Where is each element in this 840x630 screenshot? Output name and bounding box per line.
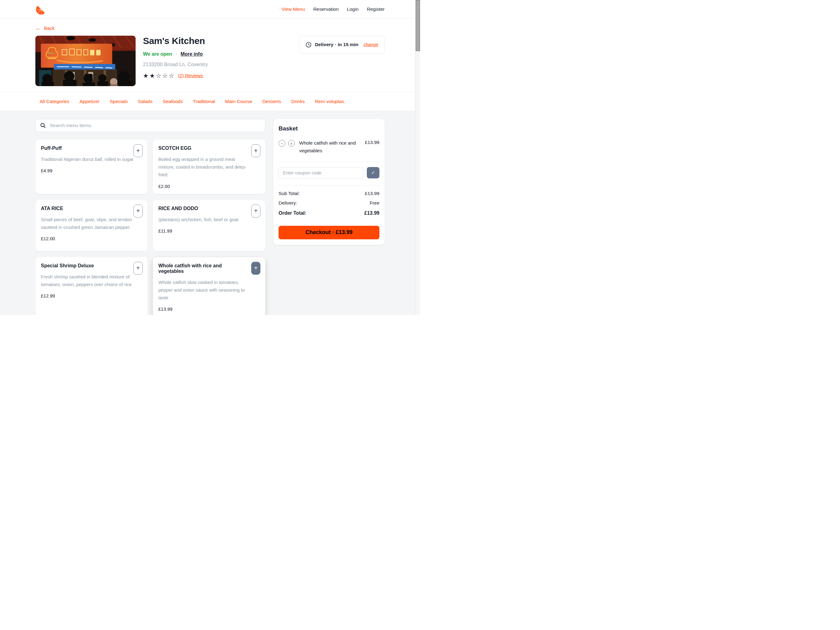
basket-title: Basket	[279, 125, 379, 132]
tab-specials[interactable]: Specials	[110, 99, 128, 104]
main-nav: View Menu Reservation Login Register	[281, 6, 385, 12]
delivery-value: Free	[369, 200, 379, 206]
item-name: SCOTCH EGG	[158, 146, 260, 151]
tab-appetizer[interactable]: Appetizer	[80, 99, 99, 104]
back-label: Back	[44, 25, 54, 31]
orange-slice-icon	[35, 3, 47, 15]
item-description: Small pieces of beef, goat, stipe, and t…	[41, 216, 135, 231]
plus-icon: +	[254, 207, 257, 214]
divider	[279, 185, 379, 185]
add-to-basket-button[interactable]: +	[133, 144, 143, 157]
tab-drinks[interactable]: Drinks	[291, 99, 305, 104]
restaurant-name: Sam's Kitchen	[143, 36, 208, 46]
minus-icon: −	[281, 141, 284, 146]
nav-register[interactable]: Register	[367, 6, 385, 12]
item-description: Whole catfish slow cooked in tomatoes, p…	[158, 279, 252, 302]
divider	[279, 161, 379, 162]
item-price: £11.99	[158, 228, 260, 233]
tab-seafoods[interactable]: Seafoods	[163, 99, 183, 104]
restaurant-address: 2133200 Broad Ln, Coventry	[143, 62, 208, 67]
item-price: £12.99	[41, 293, 142, 298]
item-name: Whole catfish with rice and vegetables	[158, 263, 260, 274]
delivery-time-text: Delivery · in 15 min	[315, 42, 358, 47]
restaurant-header-section: ← Back	[0, 19, 420, 92]
check-icon: ✓	[371, 170, 375, 175]
order-total-row: Order Total: £13.99	[279, 211, 379, 216]
nav-reservation[interactable]: Reservation	[313, 6, 339, 12]
basket-panel: Basket − + Whole catfish with rice and v…	[273, 119, 385, 245]
menu-card-rice-and-dodo: RICE AND DODO (plantains) w/chicken, fis…	[153, 200, 265, 251]
apply-coupon-button[interactable]: ✓	[367, 167, 379, 179]
plus-icon: +	[136, 264, 140, 272]
coupon-code-input[interactable]	[279, 167, 363, 179]
increase-quantity-button[interactable]: +	[288, 140, 295, 147]
item-description: Fresh shrimp sautéed in blended mixture …	[41, 273, 135, 288]
menu-grid: Puff-Puff Traditional Nigerian donut bal…	[35, 140, 265, 315]
item-price: £4.99	[41, 168, 142, 173]
star-rating-filled-icon: ★★	[143, 72, 156, 79]
add-to-basket-button-active[interactable]: +	[251, 262, 261, 275]
reviews-link[interactable]: (2) Reviews	[178, 73, 203, 78]
delivery-row: Delivery: Free	[279, 200, 379, 206]
delivery-info-box: Delivery · in 15 min change	[299, 36, 385, 54]
item-description: (plantains) w/chicken, fish, beef or goa…	[158, 216, 252, 223]
item-description: Traditional Nigerian donut ball, rolled …	[41, 155, 135, 163]
page-scrollbar	[415, 0, 420, 315]
category-tabs-bar: All Categories Appetizer Specials Salads…	[0, 92, 420, 111]
plus-icon: +	[254, 147, 257, 154]
plus-icon: +	[290, 141, 293, 146]
plus-icon: +	[136, 147, 140, 154]
item-name: Puff-Puff	[41, 146, 142, 151]
add-to-basket-button[interactable]: +	[251, 204, 261, 217]
top-navbar: View Menu Reservation Login Register	[0, 0, 420, 19]
item-name: ATA RICE	[41, 206, 142, 211]
clock-icon	[306, 42, 311, 47]
menu-search	[35, 119, 265, 132]
item-price: £2.00	[158, 184, 260, 189]
menu-card-ata-rice: ATA RICE Small pieces of beef, goat, sti…	[35, 200, 148, 251]
item-name: RICE AND DODO	[158, 206, 260, 211]
subtotal-value: £13.99	[365, 191, 379, 196]
order-total-label: Order Total:	[279, 211, 306, 216]
delivery-label: Delivery:	[279, 200, 297, 206]
tab-salads[interactable]: Salads	[138, 99, 153, 104]
restaurant-photo	[35, 36, 136, 86]
add-to-basket-button[interactable]: +	[251, 144, 261, 157]
item-name: Special Shrimp Deluxe	[41, 263, 142, 269]
plus-icon: +	[136, 207, 140, 214]
tab-rem-voluptas[interactable]: Rem voluptas.	[315, 99, 345, 104]
back-link[interactable]: ← Back	[35, 25, 54, 31]
nav-view-menu[interactable]: View Menu	[281, 6, 305, 12]
menu-card-whole-catfish: Whole catfish with rice and vegetables W…	[153, 257, 265, 315]
scrollbar-thumb[interactable]	[416, 0, 420, 51]
subtotal-label: Sub Total:	[279, 191, 300, 196]
menu-card-puff-puff: Puff-Puff Traditional Nigerian donut bal…	[35, 140, 148, 194]
add-to-basket-button[interactable]: +	[133, 204, 143, 217]
more-info-link[interactable]: More info	[180, 51, 203, 57]
menu-section: Puff-Puff Traditional Nigerian donut bal…	[0, 111, 420, 315]
item-price: £13.99	[158, 306, 260, 312]
search-input[interactable]	[49, 122, 261, 128]
tab-desserts[interactable]: Desserts	[262, 99, 281, 104]
tab-all-categories[interactable]: All Categories	[39, 99, 69, 104]
subtotal-row: Sub Total: £13.99	[279, 191, 379, 196]
separator-dot: ·	[175, 51, 177, 57]
brand-logo[interactable]	[35, 3, 47, 15]
menu-card-scotch-egg: SCOTCH EGG Boiled egg wrapped in a groun…	[153, 140, 265, 194]
checkout-button[interactable]: Checkout · £13.99	[279, 226, 379, 239]
tab-main-course[interactable]: Main Course	[225, 99, 252, 104]
tab-traditional[interactable]: Traditional	[193, 99, 215, 104]
star-rating-empty-icon: ☆☆☆	[156, 72, 175, 79]
change-delivery-link[interactable]: change	[363, 42, 378, 47]
search-icon	[40, 123, 46, 128]
add-to-basket-button[interactable]: +	[133, 262, 143, 275]
basket-item-price: £13.99	[365, 140, 379, 145]
rating: ★★ ☆☆☆ (2) Reviews	[143, 72, 208, 79]
open-status: We are open	[143, 51, 172, 57]
basket-item-row: − + Whole catfish with rice and vegetabl…	[279, 139, 379, 155]
nav-login[interactable]: Login	[347, 6, 358, 12]
plus-icon: +	[254, 264, 257, 272]
menu-card-special-shrimp-deluxe: Special Shrimp Deluxe Fresh shrimp sauté…	[35, 257, 148, 315]
back-arrow-icon: ←	[35, 25, 41, 31]
decrease-quantity-button[interactable]: −	[279, 140, 285, 147]
